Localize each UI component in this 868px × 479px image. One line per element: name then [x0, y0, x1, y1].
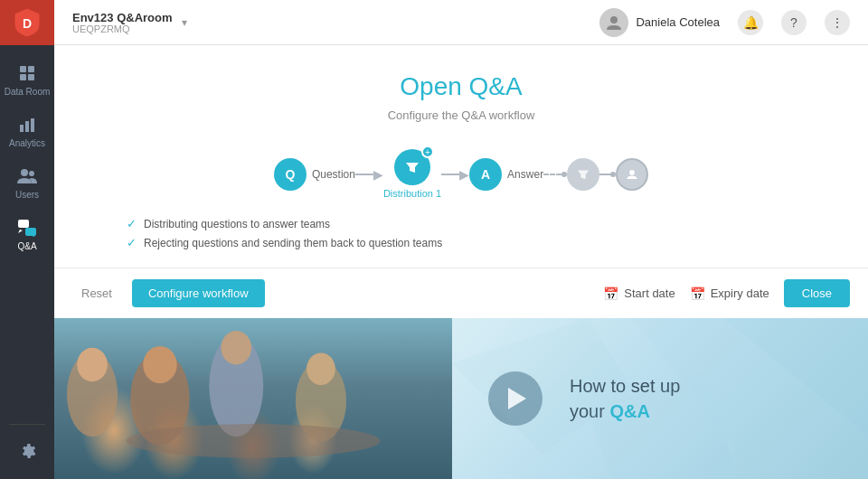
svg-rect-1	[20, 66, 26, 72]
svg-point-9	[29, 171, 34, 176]
qa-subtitle: Configure the Q&A workflow	[90, 108, 832, 122]
svg-rect-3	[20, 74, 26, 80]
play-button[interactable]	[488, 371, 542, 426]
gray-filter-circle	[567, 158, 599, 191]
sidebar-divider	[9, 424, 45, 425]
notifications-icon[interactable]: 🔔	[738, 10, 763, 35]
arrow-1: ▶	[355, 167, 383, 182]
arrow-2: ▶	[441, 167, 469, 182]
sidebar-item-analytics[interactable]: Analytics	[0, 106, 54, 157]
question-circle: Q	[274, 158, 307, 191]
svg-rect-11	[25, 228, 36, 236]
svg-rect-10	[18, 220, 29, 228]
qa-icon	[17, 218, 37, 238]
calendar-icon-start: 📅	[603, 286, 618, 301]
video-people-area	[54, 318, 452, 479]
checklist-text-2: Rejecting questions and sending them bac…	[144, 237, 442, 249]
qa-panel-body: Open Q&A Configure the Q&A workflow Q Qu…	[54, 45, 868, 268]
expiry-date-label: Expiry date	[711, 286, 769, 300]
svg-marker-26	[588, 372, 741, 479]
svg-text:D: D	[23, 16, 32, 31]
brand-logo: D	[0, 0, 54, 45]
env-name: Env123 Q&Aroom	[72, 11, 173, 24]
help-icon[interactable]: ?	[781, 10, 807, 35]
sidebar-item-qa[interactable]: Q&A	[0, 209, 54, 260]
header-right: Daniela Cotelea 🔔 ? ⋮	[599, 8, 850, 37]
sidebar-label-data-room: Data Room	[5, 87, 51, 97]
workflow-question-node: Q Question	[274, 158, 355, 191]
workflow-answer-node: A Answer	[469, 158, 543, 191]
workflow-gray-filter	[567, 158, 599, 191]
env-code: UEQPZRMQ	[72, 24, 173, 34]
sidebar-item-settings[interactable]	[0, 432, 54, 470]
svg-point-8	[21, 169, 28, 176]
people-image	[54, 318, 452, 479]
sidebar-label-qa: Q&A	[17, 241, 36, 251]
workflow-distribution-node: + Distribution 1	[383, 149, 441, 199]
users-icon	[17, 166, 37, 186]
start-date-button[interactable]: 📅 Start date	[603, 286, 675, 301]
svg-marker-24	[723, 318, 868, 436]
main-area: Env123 Q&Aroom UEQPZRMQ ▾ Daniela Cotele…	[54, 0, 868, 479]
video-title-highlight: Q&A	[609, 401, 649, 421]
distribution-label: Distribution 1	[383, 188, 441, 199]
checklist-item-1: ✓ Distributing questions to answer teams	[127, 217, 832, 230]
svg-rect-4	[28, 74, 34, 80]
close-button[interactable]: Close	[784, 279, 850, 307]
svg-marker-25	[452, 318, 633, 454]
footer-left: Reset Configure workflow	[72, 279, 265, 307]
video-section: How to set up your Q&A	[54, 318, 868, 479]
gray-end-circle	[616, 158, 648, 191]
distribution-plus-icon: +	[421, 146, 434, 158]
svg-point-12	[610, 16, 618, 23]
svg-rect-6	[25, 121, 29, 132]
checklist-text-1: Distributing questions to answer teams	[144, 218, 330, 230]
user-info: Daniela Cotelea	[599, 8, 720, 37]
qa-panel: Open Q&A Configure the Q&A workflow Q Qu…	[54, 45, 868, 318]
footer-right: 📅 Start date 📅 Expiry date Close	[603, 279, 850, 307]
svg-rect-2	[28, 66, 34, 72]
start-date-label: Start date	[624, 286, 675, 300]
question-label: Question	[312, 168, 355, 181]
sidebar-label-users: Users	[15, 190, 39, 200]
qa-panel-footer: Reset Configure workflow 📅 Start date 📅 …	[54, 268, 868, 318]
svg-point-19	[221, 331, 251, 364]
qa-checklist: ✓ Distributing questions to answer teams…	[90, 217, 832, 249]
chart-icon	[17, 115, 37, 135]
reset-button[interactable]: Reset	[72, 281, 121, 305]
header: Env123 Q&Aroom UEQPZRMQ ▾ Daniela Cotele…	[54, 0, 868, 45]
dist-circle-wrap: +	[394, 149, 430, 185]
env-dropdown-icon: ▾	[182, 16, 187, 29]
answer-circle: A	[469, 158, 502, 191]
environment-selector[interactable]: Env123 Q&Aroom UEQPZRMQ ▾	[72, 11, 187, 34]
arrow-3	[543, 172, 567, 177]
sidebar-item-data-room[interactable]: Data Room	[0, 54, 54, 106]
svg-point-22	[126, 424, 380, 457]
more-icon[interactable]: ⋮	[825, 10, 850, 35]
video-title-text: How to set up your Q&A	[570, 373, 680, 424]
calendar-icon-expiry: 📅	[690, 286, 705, 301]
workflow-gray-end	[616, 158, 648, 191]
workflow-diagram: Q Question ▶	[90, 149, 832, 199]
expiry-date-button[interactable]: 📅 Expiry date	[690, 286, 769, 301]
play-icon	[508, 388, 526, 409]
svg-marker-23	[633, 318, 868, 479]
svg-rect-5	[20, 125, 24, 132]
svg-point-15	[77, 348, 108, 381]
gear-icon	[17, 441, 37, 461]
user-name: Daniela Cotelea	[636, 15, 720, 29]
sidebar: D Data Room Analytics Users	[0, 0, 54, 479]
avatar	[599, 8, 628, 37]
video-title-line1: How to set up	[570, 376, 680, 396]
checklist-item-2: ✓ Rejecting questions and sending them b…	[127, 236, 832, 249]
check-icon-1: ✓	[127, 217, 137, 230]
sidebar-label-analytics: Analytics	[9, 138, 45, 148]
svg-point-17	[143, 346, 176, 383]
arrow-4	[599, 172, 616, 177]
configure-workflow-button[interactable]: Configure workflow	[132, 279, 265, 307]
sidebar-item-users[interactable]: Users	[0, 157, 54, 209]
video-right-area: How to set up your Q&A	[452, 318, 868, 479]
qa-title: Open Q&A	[90, 72, 832, 101]
svg-point-13	[629, 170, 635, 175]
check-icon-2: ✓	[127, 236, 137, 249]
